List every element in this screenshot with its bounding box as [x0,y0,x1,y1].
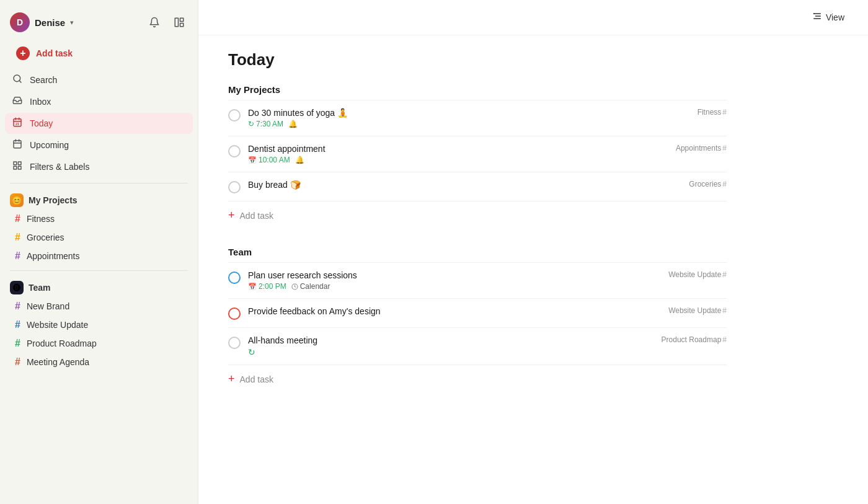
task-checkbox-6[interactable] [228,337,241,349]
task-name-2: Dentist appointment [248,144,676,154]
task-content-2: Dentist appointment 📅 10:00 AM 🔔 [248,144,676,164]
team-header[interactable]: 🅓 Team [0,276,198,297]
task-checkbox-2[interactable] [228,145,241,157]
task-tag-text-2: Appointments [676,144,721,153]
divider-2 [10,270,188,271]
my-projects-avatar: 😊 [10,193,24,207]
task-tag-hash-2: # [722,144,727,153]
my-projects-task-list: Do 30 minutes of yoga 🧘 ↻ 7:30 AM 🔔 Fitn… [228,100,727,229]
task-name-4: Plan user research sessions [248,270,668,280]
layout-button[interactable] [170,14,188,31]
svg-line-4 [19,81,21,82]
user-menu[interactable]: D Denise ▾ [10,12,74,32]
sidebar-item-appointments-label: Appointments [27,251,80,261]
calendar-icon-2: 📅 [248,156,257,164]
svg-rect-14 [14,162,17,165]
add-task-label-projects: Add task [240,211,273,221]
task-calendar-4: Calendar [291,282,330,291]
add-task-label: Add task [36,48,73,58]
task-time-4: 📅 2:00 PM [248,282,286,291]
task-tag-3: Groceries # [689,180,727,188]
view-button[interactable]: View [804,7,853,27]
notifications-button[interactable] [146,14,163,31]
task-tag-hash-3: # [722,180,727,188]
table-row[interactable]: All-hands meeting ↻ Product Roadmap # [228,328,727,365]
task-tag-1: Fitness # [698,108,727,117]
task-tag-5: Website Update # [668,306,727,315]
add-task-row-projects[interactable]: + Add task [228,201,727,229]
sidebar-header: D Denise ▾ [0,7,198,42]
sidebar-nav: + Add task Search Inbox 21 Today Up [0,42,198,178]
sidebar-item-upcoming[interactable]: Upcoming [5,135,193,156]
add-task-icon: + [16,46,30,60]
task-meta-6: ↻ [248,347,662,357]
sidebar-item-new-brand[interactable]: # New Brand [5,297,193,316]
svg-rect-10 [14,141,21,148]
view-icon [812,11,822,24]
svg-rect-2 [180,24,184,27]
sidebar-item-appointments[interactable]: # Appointments [5,247,193,265]
sidebar-item-product-roadmap[interactable]: # Product Roadmap [5,334,193,353]
task-meta-1: ↻ 7:30 AM 🔔 [248,120,698,128]
add-task-row-team[interactable]: + Add task [228,365,727,393]
svg-text:21: 21 [16,122,19,126]
recurring-icon-6: ↻ [248,347,255,357]
recurring-icon-1: ↻ [248,120,254,128]
task-checkbox-3[interactable] [228,181,241,193]
sidebar-item-fitness-label: Fitness [27,214,55,224]
task-tag-text-1: Fitness [698,108,722,117]
team-task-list: Plan user research sessions 📅 2:00 PM Ca… [228,262,727,393]
task-tag-hash-5: # [722,306,727,315]
hash-icon-product-roadmap: # [15,338,20,349]
task-checkbox-5[interactable] [228,307,241,320]
hash-icon-meeting-agenda: # [15,356,20,368]
header-icons [146,14,188,31]
my-projects-section-label: My Projects [228,84,727,95]
avatar: D [10,12,30,32]
task-checkbox-1[interactable] [228,109,241,122]
svg-rect-15 [18,162,21,165]
task-tag-hash-6: # [722,335,727,344]
my-projects-header[interactable]: 😊 My Projects [0,188,198,210]
task-content-5: Provide feedback on Amy's design [248,306,668,318]
task-content-1: Do 30 minutes of yoga 🧘 ↻ 7:30 AM 🔔 [248,108,698,128]
table-row[interactable]: Dentist appointment 📅 10:00 AM 🔔 Appoint… [228,136,727,172]
sidebar-item-website-update[interactable]: # Website Update [5,316,193,334]
alarm-icon-1: 🔔 [288,120,298,128]
sidebar-item-filters[interactable]: Filters & Labels [5,156,193,177]
my-projects-title: My Projects [29,195,78,205]
sidebar-item-meeting-agenda[interactable]: # Meeting Agenda [5,353,193,371]
table-row[interactable]: Buy bread 🍞 Groceries # [228,172,727,201]
hash-icon-website-update: # [15,319,20,330]
sidebar-item-fitness[interactable]: # Fitness [5,210,193,228]
sidebar-item-inbox[interactable]: Inbox [5,91,193,112]
task-tag-text-5: Website Update [668,306,721,315]
task-tag-6: Product Roadmap # [662,335,727,344]
task-time-2: 📅 10:00 AM [248,156,290,164]
bell-icon [149,17,160,28]
sidebar: D Denise ▾ + Add task Search [0,0,198,504]
content-body: Today My Projects Do 30 minutes of yoga … [198,35,756,418]
chevron-down-icon: ▾ [70,19,74,27]
task-checkbox-4[interactable] [228,272,241,284]
team-title: Team [29,283,51,293]
table-row[interactable]: Plan user research sessions 📅 2:00 PM Ca… [228,263,727,299]
task-calendar-label-4: Calendar [300,282,330,291]
sidebar-item-groceries[interactable]: # Groceries [5,228,193,247]
sidebar-item-inbox-label: Inbox [30,97,51,107]
task-content-4: Plan user research sessions 📅 2:00 PM Ca… [248,270,668,291]
table-row[interactable]: Do 30 minutes of yoga 🧘 ↻ 7:30 AM 🔔 Fitn… [228,100,727,136]
my-projects-section: My Projects Do 30 minutes of yoga 🧘 ↻ 7:… [228,84,727,229]
task-content-3: Buy bread 🍞 [248,180,689,192]
add-task-button[interactable]: + Add task [10,42,188,64]
hash-icon-fitness: # [15,213,20,224]
sidebar-item-search[interactable]: Search [5,69,193,91]
sidebar-item-groceries-label: Groceries [27,232,64,242]
table-row[interactable]: Provide feedback on Amy's design Website… [228,299,727,328]
sidebar-item-today[interactable]: 21 Today [5,113,193,134]
task-tag-text-3: Groceries [689,180,721,188]
search-icon [11,74,24,86]
svg-rect-1 [180,18,184,21]
today-icon: 21 [11,117,24,130]
sidebar-item-today-label: Today [30,118,53,128]
